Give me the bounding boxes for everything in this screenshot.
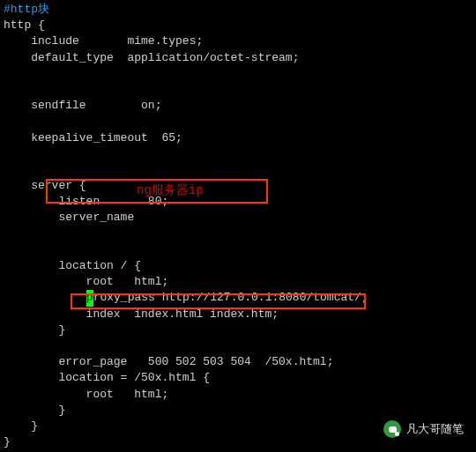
code-line: location / {	[4, 258, 472, 274]
proxy-pass-line: proxy_pass http://127.0.0.1:8080/tomcat/…	[4, 290, 472, 306]
blank-line	[4, 162, 472, 178]
code-line: location = /50x.html {	[4, 370, 472, 386]
code-line: }	[4, 403, 472, 419]
wechat-icon	[383, 420, 401, 438]
blank-line	[4, 226, 472, 242]
cursor: p	[86, 290, 93, 306]
code-line: root html;	[4, 274, 472, 290]
code-line: root html;	[4, 387, 472, 403]
code-line: index index.html index.htm;	[4, 307, 472, 322]
code-line: listen 80;	[4, 194, 472, 210]
blank-line	[4, 82, 472, 98]
watermark: 凡大哥随笔	[383, 420, 464, 438]
blank-line	[4, 242, 472, 258]
code-line: include mime.types;	[4, 33, 472, 49]
annotation-text: ng服务器ip	[137, 182, 204, 200]
blank-line	[4, 146, 472, 162]
code-line: keepalive_timeout 65;	[4, 130, 472, 146]
code-line: server {	[4, 178, 472, 194]
code-line: error_page 500 502 503 504 /50x.html;	[4, 354, 472, 370]
code-line: server_name	[4, 210, 472, 226]
blank-line	[4, 66, 472, 82]
code-line: }	[4, 322, 472, 338]
code-line: sendfile on;	[4, 98, 472, 114]
watermark-text: 凡大哥随笔	[406, 421, 464, 437]
code-line: http {	[4, 18, 472, 33]
blank-line	[4, 338, 472, 354]
code-editor[interactable]: #http块 http { include mime.types; defaul…	[0, 0, 476, 452]
comment-line: #http块	[4, 2, 472, 18]
code-line: default_type application/octet-stream;	[4, 50, 472, 66]
blank-line	[4, 114, 472, 130]
